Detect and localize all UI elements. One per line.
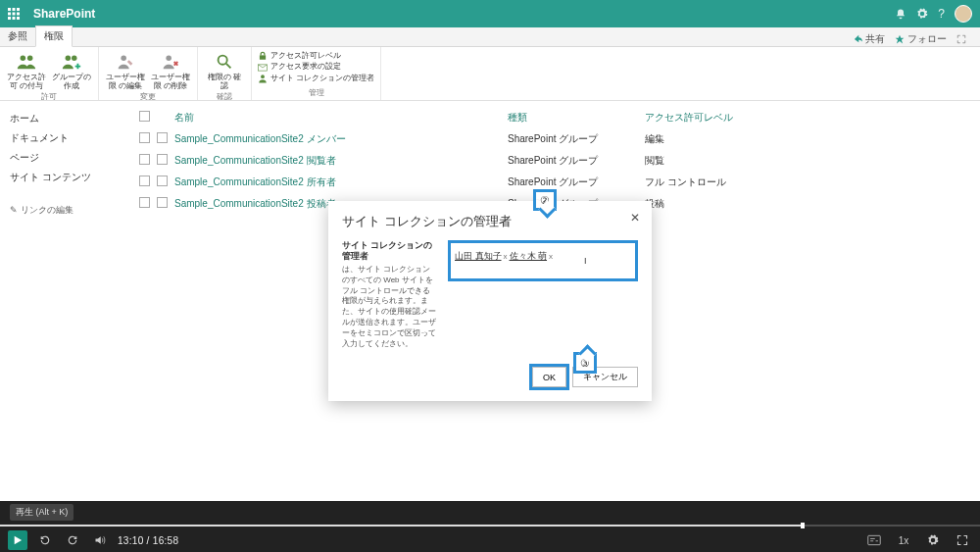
forward-button[interactable] [63,530,82,550]
video-player-bar: 再生 (Alt + K) 13:10 / 16:58 1x [0,501,980,552]
callout-2: ② [533,189,557,211]
settings-button[interactable] [923,530,943,550]
dialog-description: サイト コレクションの管理者 は、サイト コレクションのすべての Web サイト… [342,240,438,349]
rewind-button[interactable] [35,530,55,550]
callout-3: ③ [573,352,597,374]
seek-track[interactable] [0,525,980,527]
people-chip: 佐々木 萌 x [510,246,554,266]
dialog-close-button[interactable]: ✕ [630,211,640,225]
ok-button[interactable]: OK [532,367,566,387]
video-time: 13:10 / 16:58 [118,535,178,546]
volume-button[interactable] [90,530,110,550]
people-picker-input[interactable]: 山田 真知子 x 佐々木 萌 x I [448,240,638,281]
dialog-title: サイト コレクションの管理者 [342,213,638,230]
playback-rate-button[interactable]: 1x [894,530,913,550]
fullscreen-button[interactable] [953,530,972,550]
seek-progress [0,525,804,527]
captions-button[interactable] [864,530,884,550]
text-cursor-icon: I [584,256,589,266]
svg-rect-19 [868,535,880,544]
people-chip: 山田 真知子 x [455,246,508,266]
remove-chip-icon[interactable]: x [549,252,553,261]
play-button[interactable] [8,530,27,550]
remove-chip-icon[interactable]: x [504,252,508,261]
playback-hint: 再生 (Alt + K) [10,504,74,521]
site-collection-admins-dialog: ✕ サイト コレクションの管理者 サイト コレクションの管理者 は、サイト コレ… [328,201,652,401]
modal-overlay: ✕ サイト コレクションの管理者 サイト コレクションの管理者 は、サイト コレ… [0,0,980,552]
